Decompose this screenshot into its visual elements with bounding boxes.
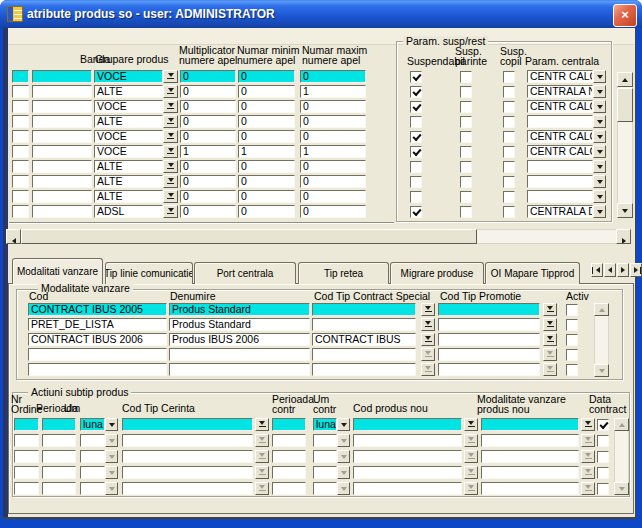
data-contract-checkbox[interactable] bbox=[597, 419, 609, 431]
modalitate-scroll-up-button[interactable] bbox=[594, 303, 609, 316]
tab-nav-last-button[interactable] bbox=[630, 263, 642, 277]
cod-produs-nou-lov-button[interactable] bbox=[464, 418, 478, 431]
numar-maxim-cell[interactable]: 1 bbox=[300, 145, 366, 158]
grupare-produs-lov-button[interactable] bbox=[163, 85, 178, 98]
param-centrala-dropdown-button[interactable] bbox=[593, 205, 606, 218]
um-contr-select[interactable] bbox=[313, 434, 337, 447]
suspendabil-checkbox[interactable] bbox=[410, 116, 422, 128]
cod-produs-nou-cell[interactable] bbox=[353, 418, 462, 431]
numar-maxim-cell[interactable]: 0 bbox=[300, 190, 366, 203]
suspendabil-checkbox[interactable] bbox=[410, 161, 422, 173]
susp-copil-checkbox[interactable] bbox=[503, 191, 515, 203]
tab-port-centrala[interactable]: Port centrala bbox=[194, 262, 296, 284]
grupare-produs-lov-button[interactable] bbox=[163, 190, 178, 203]
cod-tip-contract-special-lov-button[interactable] bbox=[421, 303, 435, 316]
banda-cell[interactable] bbox=[32, 70, 92, 83]
numar-minim-cell[interactable]: 0 bbox=[238, 100, 295, 113]
top-grid-scroll-up-button[interactable] bbox=[617, 72, 633, 87]
um-contr-select[interactable]: luna bbox=[313, 418, 337, 431]
multiplicator-cell[interactable]: 0 bbox=[180, 130, 236, 143]
cod-tip-cerinta-cell[interactable] bbox=[122, 450, 253, 463]
susp-copil-checkbox[interactable] bbox=[503, 161, 515, 173]
top-grid-hscroll-thumb[interactable] bbox=[21, 229, 477, 244]
suspendabil-checkbox[interactable] bbox=[410, 131, 422, 143]
banda-cell[interactable] bbox=[32, 175, 92, 188]
param-centrala-select[interactable]: CENTR CALC bbox=[527, 145, 593, 158]
susp-parinte-checkbox[interactable] bbox=[460, 191, 472, 203]
app-icon[interactable] bbox=[7, 6, 23, 22]
multiplicator-cell[interactable]: 0 bbox=[180, 175, 236, 188]
suspendabil-checkbox[interactable] bbox=[410, 86, 422, 98]
um-contr-dropdown-button[interactable] bbox=[337, 434, 350, 447]
activ-checkbox[interactable] bbox=[566, 304, 578, 316]
multiplicator-cell[interactable]: 0 bbox=[180, 70, 236, 83]
multiplicator-cell[interactable]: 0 bbox=[180, 160, 236, 173]
nr-ordine-cell[interactable] bbox=[14, 450, 39, 463]
susp-parinte-checkbox[interactable] bbox=[460, 176, 472, 188]
cod-produs-nou-cell[interactable] bbox=[353, 450, 462, 463]
perioada-cell[interactable] bbox=[42, 482, 76, 495]
tab-tip-retea[interactable]: Tip retea bbox=[298, 262, 389, 284]
cod-tip-cerinta-cell[interactable] bbox=[122, 482, 253, 495]
modalitate-vanzare-produs-nou-cell[interactable] bbox=[481, 466, 579, 479]
tab-nav-prev-button[interactable] bbox=[604, 263, 616, 277]
grupare-produs-cell[interactable]: ALTE bbox=[94, 85, 163, 98]
cod-cell[interactable]: CONTRACT IBUS 2006 bbox=[28, 333, 167, 346]
um-select[interactable]: luna bbox=[80, 418, 105, 431]
perioada-contr-cell[interactable] bbox=[272, 482, 306, 495]
multiplicator-cell[interactable]: 1 bbox=[180, 145, 236, 158]
record-selector-cell[interactable] bbox=[12, 160, 29, 173]
numar-minim-cell[interactable]: 0 bbox=[238, 175, 295, 188]
tab-modalitati-vanzare[interactable]: Modalitati vanzare bbox=[12, 258, 103, 284]
data-contract-checkbox[interactable] bbox=[597, 467, 609, 479]
cod-tip-promotie-cell[interactable] bbox=[438, 318, 540, 331]
modalitate-vanzare-produs-nou-lov-button[interactable] bbox=[581, 450, 595, 463]
param-centrala-select[interactable]: CENTR CALC bbox=[527, 70, 593, 83]
um-contr-dropdown-button[interactable] bbox=[337, 418, 350, 431]
multiplicator-cell[interactable]: 0 bbox=[180, 205, 236, 218]
top-grid-vscroll-thumb[interactable] bbox=[617, 88, 633, 122]
cod-tip-cerinta-lov-button[interactable] bbox=[255, 482, 269, 495]
grupare-produs-lov-button[interactable] bbox=[163, 160, 178, 173]
modalitate-vanzare-produs-nou-cell[interactable] bbox=[481, 434, 579, 447]
perioada-cell[interactable] bbox=[42, 418, 76, 431]
um-select[interactable] bbox=[80, 466, 105, 479]
cod-cell[interactable] bbox=[28, 363, 167, 376]
perioada-cell[interactable] bbox=[42, 450, 76, 463]
um-select[interactable] bbox=[80, 450, 105, 463]
numar-minim-cell[interactable]: 1 bbox=[238, 145, 295, 158]
data-contract-checkbox[interactable] bbox=[597, 435, 609, 447]
cod-tip-cerinta-cell[interactable] bbox=[122, 434, 253, 447]
multiplicator-cell[interactable]: 0 bbox=[180, 115, 236, 128]
susp-copil-checkbox[interactable] bbox=[503, 101, 515, 113]
susp-copil-checkbox[interactable] bbox=[503, 146, 515, 158]
param-centrala-dropdown-button[interactable] bbox=[593, 190, 606, 203]
close-button[interactable]: × bbox=[613, 4, 637, 27]
numar-maxim-cell[interactable]: 0 bbox=[300, 175, 366, 188]
susp-parinte-checkbox[interactable] bbox=[460, 86, 472, 98]
param-centrala-select[interactable] bbox=[527, 160, 593, 173]
record-selector-cell[interactable] bbox=[12, 85, 29, 98]
tab-nav-first-button[interactable] bbox=[591, 263, 603, 277]
cod-cell[interactable]: PRET_DE_LISTA bbox=[28, 318, 167, 331]
titlebar[interactable]: atribute produs so - user: ADMINISTRATOR… bbox=[0, 0, 642, 28]
param-centrala-select[interactable]: CENTR CALC bbox=[527, 130, 593, 143]
cod-tip-cerinta-cell[interactable] bbox=[122, 466, 253, 479]
numar-maxim-cell[interactable]: 0 bbox=[300, 115, 366, 128]
numar-minim-cell[interactable]: 0 bbox=[238, 115, 295, 128]
modalitate-vanzare-produs-nou-lov-button[interactable] bbox=[581, 418, 595, 431]
um-contr-select[interactable] bbox=[313, 450, 337, 463]
um-contr-dropdown-button[interactable] bbox=[337, 450, 350, 463]
um-dropdown-button[interactable] bbox=[105, 418, 118, 431]
tab-oi-mapare-tipprod[interactable]: OI Mapare Tipprod bbox=[485, 262, 580, 284]
param-centrala-dropdown-button[interactable] bbox=[593, 175, 606, 188]
susp-parinte-checkbox[interactable] bbox=[460, 101, 472, 113]
nr-ordine-cell[interactable] bbox=[14, 434, 39, 447]
susp-copil-checkbox[interactable] bbox=[503, 206, 515, 218]
record-selector-cell[interactable] bbox=[12, 100, 29, 113]
param-centrala-dropdown-button[interactable] bbox=[593, 85, 606, 98]
susp-parinte-checkbox[interactable] bbox=[460, 71, 472, 83]
suspendabil-checkbox[interactable] bbox=[410, 191, 422, 203]
numar-maxim-cell[interactable]: 1 bbox=[300, 85, 366, 98]
susp-copil-checkbox[interactable] bbox=[503, 131, 515, 143]
